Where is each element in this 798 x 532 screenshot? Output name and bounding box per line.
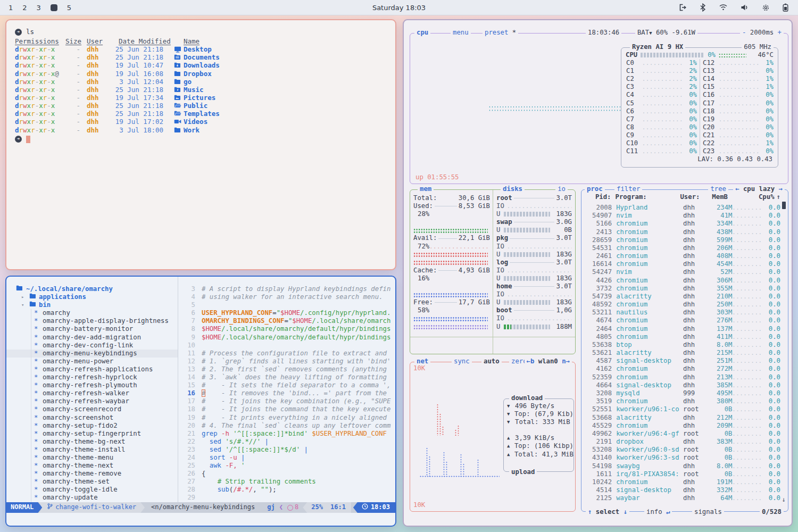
process-scrollbar[interactable] (782, 202, 786, 209)
tree-file-omarchy-apple-display-brightness[interactable]: *omarchy-apple-display-brightness (6, 317, 178, 325)
process-row[interactable]: 2461chromiumdhh408M.........0.0 (585, 252, 780, 260)
tree-file-omarchy[interactable]: *omarchy (6, 309, 178, 317)
scroll-down-arrow[interactable]: ↓ (782, 496, 786, 504)
tree-file-omarchy-setup-fido2[interactable]: *omarchy-setup-fido2 (6, 422, 178, 430)
tree-root[interactable]: ~/.local/share/omarchy (6, 285, 178, 293)
tree-file-omarchy-refresh-walker[interactable]: *omarchy-refresh-walker (6, 389, 178, 397)
tree-file-omarchy-screenrecord[interactable]: *omarchy-screenrecord (6, 405, 178, 413)
tree-file-omarchy-toggle-idle[interactable]: *omarchy-toggle-idle (6, 486, 178, 494)
diagnostics-badge[interactable]: 8 (287, 503, 298, 511)
process-row[interactable]: 4805chromiumdhh411M.........0.0 (585, 333, 780, 341)
process-row[interactable]: 45529chromiumdhh209M.........0.0 (585, 422, 780, 430)
process-row[interactable]: 4514signal-desktopdhh332M.........0.0 (585, 486, 780, 494)
menu-button[interactable]: menu (451, 29, 471, 37)
tree-file-omarchy-dev-add-migration[interactable]: *omarchy-dev-add-migration (6, 334, 178, 342)
system-monitor-window[interactable]: cpu menu preset * 18:03:46 BAT▼ 60% -9.6… (403, 19, 793, 527)
process-row[interactable]: 43140kworker/u96:3-sdroot0B.........0.0 (585, 454, 780, 462)
interval-minus-button[interactable]: - (742, 29, 746, 36)
process-row[interactable]: 3732chromiumdhh355M.........0.0 (585, 285, 780, 293)
battery-icon[interactable] (783, 3, 788, 12)
process-row[interactable]: 10242chromiumdhh191M.........0.0 (585, 478, 780, 486)
process-row[interactable]: 53668alacrittydhh212M.........0.0 (585, 413, 780, 421)
process-row[interactable]: 2008Hyprlanddhh234M.........0.0 (585, 204, 780, 212)
preset-button[interactable]: preset * (483, 29, 518, 37)
file-tree[interactable]: ~/.local/share/omarchy ▸applications▾bin… (6, 277, 178, 509)
tree-file-omarchy-theme-set[interactable]: *omarchy-theme-set (6, 478, 178, 486)
process-row[interactable]: 28659chromiumdhh599M.........0.0 (585, 236, 780, 244)
tree-file-omarchy-battery-monitor[interactable]: *omarchy-battery-monitor (6, 325, 178, 333)
terminal-window[interactable]: ➜ ls PermissionsSizeUserDate ModifiedNam… (5, 19, 396, 270)
file-row: drwxr-xr-x-dhh25 Jun 21:18Public (15, 102, 387, 110)
process-table[interactable]: 2008Hyprlanddhh234M.........0.054907nvim… (581, 202, 788, 502)
process-row[interactable]: 4664signal-desktopdhh385M.........0.0 (585, 381, 780, 389)
process-row[interactable]: 53211nautilusdhh303M.........0.0 (585, 309, 780, 317)
proc-filter-button[interactable]: filter (614, 185, 642, 193)
cpu-box-title[interactable]: cpu (414, 29, 430, 37)
process-row[interactable]: 54247nvimdhh52M.........0.0 (585, 268, 780, 276)
wifi-icon[interactable] (719, 4, 728, 11)
proc-tree-button[interactable]: tree (708, 185, 728, 193)
proc-sort-control[interactable]: ← cpu lazy → (733, 185, 785, 193)
bluetooth-icon[interactable] (700, 3, 706, 12)
editor-window[interactable]: ~/.local/share/omarchy ▸applications▾bin… (5, 276, 396, 527)
tree-file-omarchy-screenshot[interactable]: *omarchy-screenshot (6, 414, 178, 422)
net-interface[interactable]: ←b wlan0 n→ (525, 358, 572, 365)
process-row[interactable]: 16614chromiumdhh454M.........0.0 (585, 260, 780, 268)
process-row[interactable]: 53638btopdhh8.0M.........0.0 (585, 341, 780, 349)
tree-file-omarchy-dev-config-link[interactable]: *omarchy-dev-config-link (6, 342, 178, 350)
process-row[interactable]: 4587signal-desktopdhh251M.........0.0 (585, 357, 780, 365)
process-row[interactable]: 4426chromiumdhh306M.........0.0 (585, 277, 780, 285)
tree-file-omarchy-refresh-plymouth[interactable]: *omarchy-refresh-plymouth (6, 381, 178, 389)
git-branch[interactable]: change-wofi-to-walker (39, 502, 145, 513)
terminal-cursor[interactable] (26, 136, 30, 143)
process-row[interactable]: 53208kworker/u96:0-sdroot0B.........0.0 (585, 446, 780, 454)
process-row[interactable]: 2464chromiumdhh137M.........0.0 (585, 325, 780, 333)
process-row[interactable]: 54739alacrittydhh210M.........0.0 (585, 293, 780, 301)
process-row[interactable]: 52551kworker/u96:1-coroot0B.........0.0 (585, 405, 780, 413)
io-toggle[interactable]: io (555, 185, 568, 193)
tree-file-omarchy-theme-next[interactable]: *omarchy-theme-next (6, 462, 178, 470)
tree-file-omarchy-refresh-hyprlock[interactable]: *omarchy-refresh-hyprlock (6, 373, 178, 381)
logout-icon[interactable] (678, 3, 687, 12)
code-editor[interactable]: 3# A script to display Hyprland keybindi… (178, 277, 395, 502)
process-row[interactable]: 54198swaybgdhh8.0M.........0.0 (585, 462, 780, 470)
process-row[interactable]: 4162chromiumdhh272M.........0.0 (585, 365, 780, 373)
process-row[interactable]: 53621alacrittydhh215M.........0.0 (585, 349, 780, 357)
process-row[interactable]: 54531chromiumdhh206M.........0.0 (585, 244, 780, 252)
process-row[interactable]: 52359chromiumdhh213M.........0.0 (585, 373, 780, 381)
tree-file-omarchy-update[interactable]: *omarchy-update (6, 494, 178, 502)
process-row[interactable]: 4674chromiumdhh276M.........0.0 (585, 317, 780, 325)
net-auto-button[interactable]: auto (481, 358, 502, 365)
process-row[interactable]: 48592chromiumdhh250M.........0.0 (585, 301, 780, 309)
volume-icon[interactable] (741, 4, 749, 11)
process-row[interactable]: 3519chromiumdhh380M.........0.0 (585, 397, 780, 405)
process-row[interactable]: 1611irq/81-PIXA3854:root0B.........0.0 (585, 470, 780, 478)
process-row[interactable]: 54907nvimdhh41M.........0.0 (585, 212, 780, 220)
proc-box-title[interactable]: proc (585, 185, 605, 193)
tree-file-omarchy-menu-power[interactable]: *omarchy-menu-power (6, 358, 178, 365)
process-row[interactable]: 49962kworker/u96:4-gfroot0B.........0.0 (585, 430, 780, 438)
tree-file-omarchy-theme-menu[interactable]: *omarchy-theme-menu (6, 454, 178, 462)
tree-file-omarchy-setup-fingerprint[interactable]: *omarchy-setup-fingerprint (6, 430, 178, 438)
tree-dir-applications[interactable]: ▸applications (6, 293, 178, 301)
mem-box-title[interactable]: mem (418, 185, 434, 193)
process-row[interactable]: 5166chromiumdhh334M.........0.0 (585, 220, 780, 228)
download-label: download (509, 394, 545, 402)
process-row[interactable]: 2413chromiumdhh438M.........0.0 (585, 228, 780, 236)
net-sync-button[interactable]: sync (452, 358, 472, 365)
disks-box-title[interactable]: disks (501, 185, 525, 193)
tree-file-omarchy-theme-bg-next[interactable]: *omarchy-theme-bg-next (6, 438, 178, 446)
tree-dir-bin[interactable]: ▾bin (6, 301, 178, 309)
file-row: drwxr-xr-x-dhh25 Jun 21:18Templates (15, 110, 387, 118)
interval-plus-button[interactable]: + (778, 29, 782, 36)
process-row[interactable]: 3208mysqld999495M.........0.0 (585, 389, 780, 397)
settings-gear-icon[interactable] (762, 4, 770, 12)
process-row[interactable]: 2191dropboxdhh383M.........0.0 (585, 438, 780, 446)
process-row[interactable]: 2125waybardhh64M.........0.0 (585, 494, 780, 502)
tree-file-omarchy-refresh-applications[interactable]: *omarchy-refresh-applications (6, 365, 178, 373)
tree-file-omarchy-refresh-waybar[interactable]: *omarchy-refresh-waybar (6, 397, 178, 405)
tree-file-omarchy-theme-install[interactable]: *omarchy-theme-install (6, 446, 178, 454)
memory-stats: Total: 30,6 GiBUsed:8,53 GiB28%Avail:22,… (413, 194, 490, 331)
tree-file-omarchy-menu-keybindings[interactable]: *omarchy-menu-keybindings (6, 350, 178, 358)
tree-file-omarchy-theme-remove[interactable]: *omarchy-theme-remove (6, 470, 178, 478)
